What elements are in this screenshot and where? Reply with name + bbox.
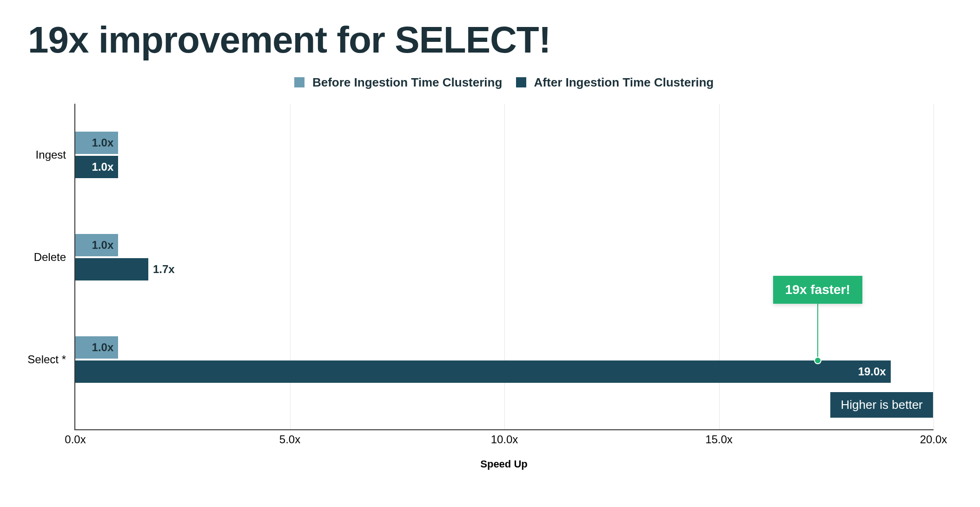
legend-label-before: Before Ingestion Time Clustering <box>312 75 502 89</box>
legend-label-after: After Ingestion Time Clustering <box>534 75 714 89</box>
plot-area: 0.0x 5.0x 10.0x 15.0x 20.0x Ingest 1.0x … <box>74 104 934 430</box>
x-axis-label: Speed Up <box>74 458 934 470</box>
chart-legend: Before Ingestion Time Clustering After I… <box>74 75 934 90</box>
legend-item-after: After Ingestion Time Clustering <box>516 75 714 90</box>
bar-delete-after: 1.7x <box>75 258 148 280</box>
chart-title: 19x improvement for SELECT! <box>28 19 952 61</box>
x-tick-label: 0.0x <box>65 433 86 446</box>
bar-label: 19.0x <box>858 365 886 378</box>
x-tick-label: 5.0x <box>279 433 300 446</box>
bar-label: 1.7x <box>153 263 175 276</box>
y-tick-label-select: Select * <box>27 353 66 366</box>
x-tick-label: 20.0x <box>920 433 947 446</box>
chart-container: Before Ingestion Time Clustering After I… <box>74 75 934 470</box>
bar-ingest-after: 1.0x <box>75 156 118 178</box>
legend-swatch-before <box>294 77 305 87</box>
bar-ingest-before: 1.0x <box>75 132 118 154</box>
callout-dot <box>814 357 821 364</box>
bar-label: 1.0x <box>92 136 114 149</box>
gridline <box>934 104 934 429</box>
callout-leader-line <box>817 304 818 360</box>
bar-select-before: 1.0x <box>75 336 118 359</box>
x-tick-label: 15.0x <box>705 433 733 446</box>
bar-select-after: 19.0x <box>75 360 891 383</box>
x-tick-label: 10.0x <box>491 433 518 446</box>
y-tick-label-ingest: Ingest <box>36 148 66 161</box>
callout-badge: 19x faster! <box>773 276 862 304</box>
legend-swatch-after <box>516 77 526 87</box>
y-tick-label-delete: Delete <box>34 251 66 264</box>
bar-label: 1.0x <box>92 239 114 252</box>
chart-page: 19x improvement for SELECT! Before Inges… <box>0 0 980 507</box>
legend-item-before: Before Ingestion Time Clustering <box>294 75 503 90</box>
axis-note: Higher is better <box>830 392 933 418</box>
bar-label: 1.0x <box>92 341 114 354</box>
bar-label: 1.0x <box>92 160 114 173</box>
bar-delete-before: 1.0x <box>75 234 118 256</box>
